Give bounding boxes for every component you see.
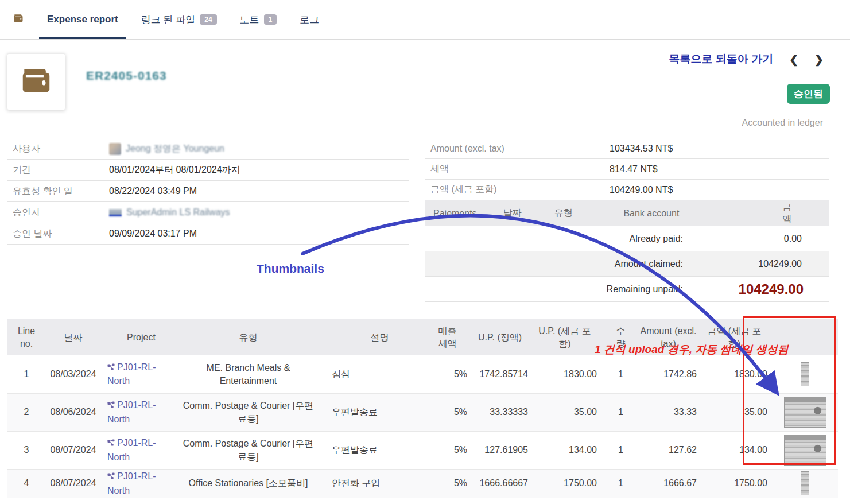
detail-value: 08/22/2024 03:49 PM	[109, 186, 197, 196]
line-no-cell: 2	[7, 393, 46, 431]
payments-header-date: 날짜	[503, 207, 554, 219]
detail-row-approval-date: 승인 날짜 09/09/2024 03:17 PM	[7, 223, 409, 245]
tab-linked-files[interactable]: 링크 된 파일 24	[141, 0, 217, 39]
col-project: Project	[100, 319, 175, 355]
expense-type-cell: Comm. Postage & Courier [우편료등]	[175, 393, 321, 431]
receipt-thumbnail[interactable]	[801, 471, 809, 495]
amount-row-tax: 세액 814.47 NT$	[425, 159, 829, 180]
summary-label: Remaining unpaid:	[425, 284, 683, 294]
tabbar: Expense report 링크 된 파일 24 노트 1 로그	[0, 0, 850, 40]
approver-avatar	[109, 209, 122, 216]
expense-line-row[interactable]: 2 08/06/2024 PJ01-RL-North Comm. Postage…	[7, 393, 838, 431]
detail-label: 사용자	[7, 143, 109, 155]
amount-row-incl-tax: 금액 (세금 포함) 104249.00 NT$	[425, 180, 829, 200]
description-cell: 안전화 구입	[321, 469, 428, 498]
payments-header-amount: 금액	[782, 201, 829, 226]
ledger-status: Accounted in ledger	[742, 118, 823, 128]
record-image-card[interactable]	[7, 53, 65, 110]
detail-value: 08/01/2024부터 08/01/2024까지	[109, 164, 240, 176]
expense-line-row[interactable]: 4 08/07/2024 PJ01-RL-North Office Statio…	[7, 469, 838, 498]
user-name: Jeong 정영은 Youngeun	[126, 143, 224, 155]
description-cell: 점심	[321, 355, 428, 393]
wallet-tab-icon	[13, 13, 24, 26]
user-avatar	[109, 143, 121, 155]
thumbnail-cell	[772, 469, 838, 498]
tab-count-badge: 24	[200, 14, 216, 25]
date-cell: 08/06/2024	[46, 393, 100, 431]
qty-cell: 1	[601, 431, 640, 469]
col-unit-price-incl: U.P. (세금 포함)	[533, 319, 601, 355]
col-sales-tax: 매출세액	[428, 319, 472, 355]
amount-value: 104249.00 NT$	[610, 185, 673, 195]
detail-label: 유효성 확인 일	[7, 185, 109, 197]
unit-price-incl-cell: 35.00	[533, 393, 601, 431]
summary-row-remaining-unpaid: Remaining unpaid: 104249.00	[425, 277, 829, 302]
tab-notes[interactable]: 노트 1	[240, 0, 277, 39]
summary-row-already-paid: Already paid: 0.00	[425, 226, 829, 251]
project-nodes-icon	[107, 470, 115, 483]
record-id: ER2405-0163	[86, 69, 167, 83]
summary-label: Amount claimed:	[425, 259, 683, 269]
unit-price-incl-cell: 1830.00	[533, 355, 601, 393]
tab-label: 로그	[300, 13, 319, 26]
back-to-list-link[interactable]: 목록으로 되돌아 가기	[669, 52, 774, 67]
expense-report-page: Expense report 링크 된 파일 24 노트 1 로그 ER2405…	[0, 0, 850, 504]
amount-label: 세액	[425, 163, 610, 175]
tab-log[interactable]: 로그	[300, 0, 319, 39]
project-cell: PJ01-RL-North	[100, 431, 175, 469]
detail-row-approver: 승인자 SuperAdmin LS Railways	[7, 202, 409, 223]
project-nodes-icon	[107, 361, 115, 374]
tab-expense-report[interactable]: Expense report	[47, 0, 118, 39]
detail-label: 승인 날짜	[7, 228, 109, 240]
detail-label: 승인자	[7, 207, 109, 219]
thumbnail-highlight-box	[743, 316, 836, 465]
amount-label: Amount (excl. tax)	[425, 144, 610, 154]
project-nodes-icon	[107, 437, 115, 450]
project-nodes-icon	[107, 399, 115, 412]
sales-tax-cell: 5%	[428, 431, 472, 469]
amount-value: 814.47 NT$	[610, 164, 658, 175]
payments-header-type: 유형	[554, 207, 624, 219]
line-no-cell: 1	[7, 355, 46, 393]
qty-cell: 1	[601, 355, 640, 393]
amount-excl-cell: 1666.67	[640, 469, 701, 498]
col-description: 설명	[321, 319, 428, 355]
line-no-cell: 3	[7, 431, 46, 469]
project-cell: PJ01-RL-North	[100, 469, 175, 498]
tab-count-badge: 1	[264, 14, 277, 25]
expense-line-row[interactable]: 1 08/03/2024 PJ01-RL-North ME. Branch Me…	[7, 355, 838, 393]
detail-row-period: 기간 08/01/2024부터 08/01/2024까지	[7, 160, 409, 181]
amounts-panel: Amount (excl. tax) 103434.53 NT$ 세액 814.…	[425, 138, 829, 302]
unit-price-cell: 33.33333	[472, 393, 533, 431]
tab-label: Expense report	[47, 14, 118, 25]
tab-label: 링크 된 파일	[141, 13, 195, 26]
prev-record-icon[interactable]: ❮	[789, 53, 798, 66]
line-no-cell: 4	[7, 469, 46, 498]
amount-excl-cell: 1742.86	[640, 355, 701, 393]
approver-name: SuperAdmin LS Railways	[126, 207, 230, 218]
amount-excl-cell: 127.62	[640, 431, 701, 469]
unit-price-cell: 1742.85714	[472, 355, 533, 393]
detail-value: 09/09/2024 03:17 PM	[109, 228, 197, 239]
detail-value: Jeong 정영은 Youngeun	[109, 143, 224, 155]
qty-cell: 1	[601, 393, 640, 431]
amount-row-excl-tax: Amount (excl. tax) 103434.53 NT$	[425, 138, 829, 159]
detail-label: 기간	[7, 164, 109, 176]
unit-price-cell: 127.61905	[472, 431, 533, 469]
expense-line-row[interactable]: 3 08/07/2024 PJ01-RL-North Comm. Postage…	[7, 431, 838, 469]
next-record-icon[interactable]: ❯	[814, 53, 824, 66]
unit-price-incl-cell: 134.00	[533, 431, 601, 469]
payments-header-bank-account: Bank account	[623, 208, 782, 219]
tab-label: 노트	[240, 13, 259, 26]
qty-cell: 1	[601, 469, 640, 498]
payments-table-header: Paiements 날짜 유형 Bank account 금액	[425, 200, 829, 226]
amount-excl-cell: 33.33	[640, 393, 701, 431]
summary-value: 0.00	[683, 234, 829, 244]
amount-incl-cell: 1750.00	[701, 469, 772, 498]
sales-tax-cell: 5%	[428, 355, 472, 393]
remaining-unpaid-value: 104249.00	[683, 281, 829, 297]
summary-value: 104249.00	[683, 259, 829, 269]
nav-controls: 목록으로 되돌아 가기 ❮ ❯	[669, 52, 824, 67]
description-cell: 우편발송료	[321, 431, 428, 469]
sales-tax-cell: 5%	[428, 393, 472, 431]
